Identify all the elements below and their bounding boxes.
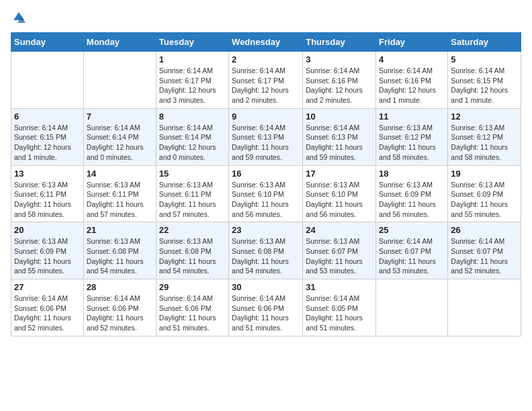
calendar-cell: 10Sunrise: 6:14 AM Sunset: 6:13 PM Dayli… — [303, 108, 376, 165]
calendar-cell — [376, 279, 448, 336]
day-info: Sunrise: 6:14 AM Sunset: 6:06 PM Dayligh… — [159, 293, 226, 333]
calendar-cell: 27Sunrise: 6:14 AM Sunset: 6:06 PM Dayli… — [11, 279, 84, 336]
calendar-cell: 25Sunrise: 6:14 AM Sunset: 6:07 PM Dayli… — [376, 222, 448, 279]
day-info: Sunrise: 6:13 AM Sunset: 6:11 PM Dayligh… — [14, 180, 81, 220]
calendar-cell: 17Sunrise: 6:13 AM Sunset: 6:10 PM Dayli… — [303, 165, 376, 222]
day-number: 21 — [87, 225, 153, 235]
day-info: Sunrise: 6:13 AM Sunset: 6:09 PM Dayligh… — [379, 180, 445, 220]
day-info: Sunrise: 6:13 AM Sunset: 6:08 PM Dayligh… — [87, 236, 153, 276]
day-info: Sunrise: 6:14 AM Sunset: 6:13 PM Dayligh… — [306, 123, 373, 163]
day-of-week-header: Saturday — [448, 33, 521, 52]
day-number: 4 — [379, 54, 445, 64]
day-of-week-header: Friday — [376, 33, 448, 52]
day-info: Sunrise: 6:14 AM Sunset: 6:13 PM Dayligh… — [232, 123, 300, 163]
day-info: Sunrise: 6:13 AM Sunset: 6:10 PM Dayligh… — [232, 180, 300, 220]
day-info: Sunrise: 6:14 AM Sunset: 6:06 PM Dayligh… — [232, 293, 300, 333]
calendar-cell — [448, 279, 521, 336]
day-info: Sunrise: 6:14 AM Sunset: 6:16 PM Dayligh… — [306, 66, 373, 105]
day-of-week-header: Tuesday — [156, 33, 228, 52]
day-number: 24 — [306, 225, 373, 235]
day-info: Sunrise: 6:14 AM Sunset: 6:17 PM Dayligh… — [232, 66, 300, 105]
calendar-cell: 19Sunrise: 6:13 AM Sunset: 6:09 PM Dayli… — [448, 165, 521, 222]
day-number: 8 — [159, 111, 226, 122]
calendar-cell: 11Sunrise: 6:13 AM Sunset: 6:12 PM Dayli… — [376, 108, 448, 165]
day-info: Sunrise: 6:14 AM Sunset: 6:15 PM Dayligh… — [451, 66, 518, 105]
calendar-cell: 2Sunrise: 6:14 AM Sunset: 6:17 PM Daylig… — [229, 52, 303, 109]
day-info: Sunrise: 6:14 AM Sunset: 6:07 PM Dayligh… — [451, 236, 518, 276]
day-info: Sunrise: 6:14 AM Sunset: 6:17 PM Dayligh… — [159, 66, 226, 105]
day-number: 30 — [232, 282, 300, 292]
day-number: 15 — [159, 169, 226, 179]
day-number: 3 — [306, 54, 373, 64]
day-number: 31 — [306, 282, 373, 292]
day-number: 10 — [306, 111, 373, 122]
calendar-cell: 23Sunrise: 6:13 AM Sunset: 6:08 PM Dayli… — [229, 222, 303, 279]
day-number: 17 — [306, 169, 373, 179]
day-number: 29 — [159, 282, 226, 292]
calendar-cell: 31Sunrise: 6:14 AM Sunset: 6:05 PM Dayli… — [303, 279, 376, 336]
day-info: Sunrise: 6:14 AM Sunset: 6:14 PM Dayligh… — [159, 123, 226, 163]
calendar-cell: 3Sunrise: 6:14 AM Sunset: 6:16 PM Daylig… — [303, 52, 376, 109]
calendar-cell: 26Sunrise: 6:14 AM Sunset: 6:07 PM Dayli… — [448, 222, 521, 279]
calendar-cell: 20Sunrise: 6:13 AM Sunset: 6:09 PM Dayli… — [11, 222, 84, 279]
calendar-cell: 7Sunrise: 6:14 AM Sunset: 6:14 PM Daylig… — [83, 108, 156, 165]
calendar-cell: 12Sunrise: 6:13 AM Sunset: 6:12 PM Dayli… — [448, 108, 521, 165]
day-info: Sunrise: 6:13 AM Sunset: 6:11 PM Dayligh… — [159, 180, 226, 220]
calendar-cell — [11, 52, 84, 109]
day-number: 5 — [451, 54, 518, 64]
calendar-cell: 4Sunrise: 6:14 AM Sunset: 6:16 PM Daylig… — [376, 52, 448, 109]
calendar-cell: 6Sunrise: 6:14 AM Sunset: 6:15 PM Daylig… — [11, 108, 84, 165]
calendar-header-row: SundayMondayTuesdayWednesdayThursdayFrid… — [11, 33, 521, 52]
day-info: Sunrise: 6:14 AM Sunset: 6:14 PM Dayligh… — [87, 123, 153, 163]
day-number: 18 — [379, 169, 445, 179]
day-info: Sunrise: 6:13 AM Sunset: 6:08 PM Dayligh… — [159, 236, 226, 276]
day-number: 23 — [232, 225, 300, 235]
day-info: Sunrise: 6:13 AM Sunset: 6:08 PM Dayligh… — [232, 236, 300, 276]
day-number: 1 — [159, 54, 226, 64]
logo — [11, 11, 26, 24]
day-number: 16 — [232, 169, 300, 179]
calendar-week-row: 1Sunrise: 6:14 AM Sunset: 6:17 PM Daylig… — [11, 52, 521, 109]
day-info: Sunrise: 6:14 AM Sunset: 6:16 PM Dayligh… — [379, 66, 445, 105]
calendar-cell: 9Sunrise: 6:14 AM Sunset: 6:13 PM Daylig… — [229, 108, 303, 165]
page-header — [11, 11, 521, 24]
day-info: Sunrise: 6:13 AM Sunset: 6:12 PM Dayligh… — [379, 123, 445, 163]
calendar-cell: 28Sunrise: 6:14 AM Sunset: 6:06 PM Dayli… — [83, 279, 156, 336]
day-number: 6 — [14, 111, 81, 122]
day-number: 9 — [232, 111, 300, 122]
day-of-week-header: Monday — [83, 33, 156, 52]
day-number: 26 — [451, 225, 518, 235]
calendar-cell: 14Sunrise: 6:13 AM Sunset: 6:11 PM Dayli… — [83, 165, 156, 222]
calendar-cell — [83, 52, 156, 109]
day-info: Sunrise: 6:14 AM Sunset: 6:06 PM Dayligh… — [87, 293, 153, 333]
calendar-week-row: 13Sunrise: 6:13 AM Sunset: 6:11 PM Dayli… — [11, 165, 521, 222]
day-info: Sunrise: 6:13 AM Sunset: 6:07 PM Dayligh… — [306, 236, 373, 276]
calendar-cell: 13Sunrise: 6:13 AM Sunset: 6:11 PM Dayli… — [11, 165, 84, 222]
calendar-cell: 15Sunrise: 6:13 AM Sunset: 6:11 PM Dayli… — [156, 165, 228, 222]
day-number: 7 — [87, 111, 153, 122]
day-info: Sunrise: 6:13 AM Sunset: 6:11 PM Dayligh… — [87, 180, 153, 220]
calendar-cell: 1Sunrise: 6:14 AM Sunset: 6:17 PM Daylig… — [156, 52, 228, 109]
day-number: 27 — [14, 282, 81, 292]
calendar-cell: 8Sunrise: 6:14 AM Sunset: 6:14 PM Daylig… — [156, 108, 228, 165]
calendar-week-row: 27Sunrise: 6:14 AM Sunset: 6:06 PM Dayli… — [11, 279, 521, 336]
day-number: 13 — [14, 169, 81, 179]
day-info: Sunrise: 6:14 AM Sunset: 6:15 PM Dayligh… — [14, 123, 81, 163]
day-info: Sunrise: 6:13 AM Sunset: 6:10 PM Dayligh… — [306, 180, 373, 220]
day-number: 14 — [87, 169, 153, 179]
calendar-cell: 18Sunrise: 6:13 AM Sunset: 6:09 PM Dayli… — [376, 165, 448, 222]
calendar-table: SundayMondayTuesdayWednesdayThursdayFrid… — [11, 32, 521, 336]
calendar-cell: 21Sunrise: 6:13 AM Sunset: 6:08 PM Dayli… — [83, 222, 156, 279]
calendar-cell: 5Sunrise: 6:14 AM Sunset: 6:15 PM Daylig… — [448, 52, 521, 109]
day-of-week-header: Sunday — [11, 33, 84, 52]
calendar-week-row: 6Sunrise: 6:14 AM Sunset: 6:15 PM Daylig… — [11, 108, 521, 165]
day-number: 28 — [87, 282, 153, 292]
day-number: 19 — [451, 169, 518, 179]
day-number: 25 — [379, 225, 445, 235]
day-of-week-header: Wednesday — [229, 33, 303, 52]
day-info: Sunrise: 6:14 AM Sunset: 6:05 PM Dayligh… — [306, 293, 373, 333]
calendar-cell: 16Sunrise: 6:13 AM Sunset: 6:10 PM Dayli… — [229, 165, 303, 222]
day-number: 2 — [232, 54, 300, 64]
logo-icon — [12, 11, 26, 24]
day-info: Sunrise: 6:13 AM Sunset: 6:12 PM Dayligh… — [451, 123, 518, 163]
